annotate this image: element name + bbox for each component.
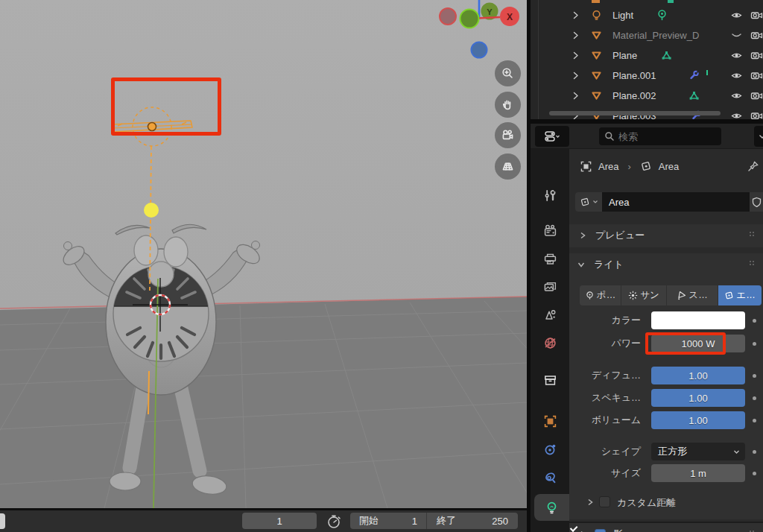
size-field[interactable]: 1 m: [651, 464, 745, 482]
filter-button[interactable]: [754, 126, 763, 147]
tab-world[interactable]: [531, 329, 569, 356]
outliner-row-plane001[interactable]: Plane.001: [531, 66, 763, 86]
animate-dot[interactable]: [753, 419, 756, 422]
annotation-box-power: [645, 332, 726, 355]
tab-view-layer[interactable]: [531, 273, 569, 300]
zoom-button[interactable]: [495, 60, 521, 86]
tab-collection[interactable]: [531, 367, 569, 393]
render-visibility-camera-icon[interactable]: [750, 69, 763, 82]
search-box[interactable]: [599, 127, 721, 145]
light-type-spot-button[interactable]: ス…: [667, 285, 718, 305]
outliner-hscrollbar[interactable]: [549, 111, 721, 115]
light-data-icon: [656, 9, 668, 22]
panel-chevron-right-icon: [578, 231, 587, 240]
current-frame-field[interactable]: 1: [242, 513, 317, 529]
panel-shadow[interactable]: 影: [569, 522, 763, 532]
playback-button-partial[interactable]: [0, 513, 5, 529]
frame-end-value: 250: [492, 516, 508, 527]
shape-dropdown[interactable]: 正方形: [651, 443, 745, 460]
light-type-sun-button[interactable]: サン: [621, 285, 666, 305]
light-type-area-button[interactable]: エ…: [718, 285, 762, 305]
stopwatch-icon[interactable]: [325, 513, 343, 531]
visibility-eye-closed-icon[interactable]: [730, 29, 743, 42]
datablock-name: Area: [609, 197, 629, 208]
tab-tool[interactable]: [531, 182, 569, 209]
visibility-eye-icon[interactable]: [730, 69, 743, 82]
render-visibility-camera-icon[interactable]: [750, 49, 763, 62]
visibility-eye-icon[interactable]: [730, 89, 743, 102]
color-swatch[interactable]: [651, 311, 745, 329]
render-visibility-camera-icon[interactable]: [750, 110, 763, 119]
render-visibility-camera-icon[interactable]: [750, 89, 763, 102]
visibility-eye-icon[interactable]: [730, 9, 743, 22]
tab-render[interactable]: [531, 217, 569, 244]
search-input[interactable]: [618, 131, 700, 142]
animate-dot[interactable]: [753, 396, 756, 400]
tab-object[interactable]: [531, 408, 569, 434]
panel-title: 影: [613, 528, 623, 532]
tab-physics[interactable]: [531, 436, 569, 463]
light-type-label: ポ…: [597, 289, 615, 302]
pin-icon[interactable]: [747, 159, 760, 173]
panel-light-header[interactable]: ライト: [569, 253, 763, 276]
volume-slider[interactable]: 1.00: [651, 411, 745, 429]
outliner-row-material-preview[interactable]: Material_Preview_D: [531, 25, 763, 45]
animate-dot[interactable]: [753, 472, 756, 475]
animate-dot[interactable]: [753, 374, 756, 378]
expand-chevron-icon[interactable]: [569, 69, 582, 82]
outliner-row-light[interactable]: Light: [531, 5, 763, 25]
datablock-name-field[interactable]: Area: [602, 192, 750, 212]
animate-dot[interactable]: [753, 319, 756, 323]
visibility-eye-icon[interactable]: [730, 49, 743, 62]
editor-type-button[interactable]: [535, 126, 569, 147]
animate-dot[interactable]: [753, 450, 756, 454]
datablock-type-button[interactable]: [575, 192, 602, 212]
chevron-down-icon: [732, 448, 741, 456]
tab-output[interactable]: [531, 245, 569, 272]
render-visibility-camera-icon[interactable]: [750, 9, 763, 22]
frame-start-field[interactable]: 開始 1: [350, 513, 426, 529]
outliner-row-plane[interactable]: Plane: [531, 45, 763, 66]
pan-button[interactable]: [495, 92, 521, 118]
render-visibility-camera-icon[interactable]: [750, 29, 763, 42]
panel-drag-dots[interactable]: [750, 232, 757, 239]
breadcrumb-data-name[interactable]: Area: [659, 161, 679, 172]
fake-user-shield-button[interactable]: [750, 192, 763, 212]
tab-scene[interactable]: [531, 301, 569, 328]
panel-drag-dots[interactable]: [750, 261, 757, 268]
outliner-item-label[interactable]: Plane.001: [612, 70, 656, 81]
camera-view-button[interactable]: [495, 122, 521, 148]
light-type-point-button[interactable]: ポ…: [580, 285, 621, 305]
breadcrumb-object-name[interactable]: Area: [598, 161, 618, 172]
panel-title: プレビュー: [595, 229, 645, 242]
power-label: パワー: [569, 335, 641, 352]
custom-distance-checkbox[interactable]: [599, 496, 610, 507]
panel-preview[interactable]: プレビュー: [569, 224, 763, 247]
expand-chevron-icon[interactable]: [569, 9, 582, 22]
expand-chevron-icon[interactable]: [569, 89, 582, 102]
subpanel-chevron-right-icon[interactable]: [586, 498, 595, 507]
shadow-checkbox[interactable]: [595, 529, 606, 532]
outliner-partial-row: [592, 0, 600, 3]
tab-constraints[interactable]: [531, 464, 569, 491]
outliner-item-label[interactable]: Plane: [612, 50, 637, 61]
shape-value: 正方形: [658, 445, 687, 458]
point-light-object[interactable]: [144, 203, 159, 218]
outliner-row-plane002[interactable]: Plane.002: [531, 86, 763, 106]
outliner-item-label[interactable]: Light: [612, 10, 633, 21]
expand-chevron-icon[interactable]: [569, 29, 582, 42]
specular-slider[interactable]: 1.00: [651, 389, 745, 407]
modifier-tick: [706, 70, 708, 75]
outliner-item-label[interactable]: Plane.002: [612, 90, 656, 101]
viewport-3d[interactable]: Y X: [0, 0, 527, 508]
diffuse-slider[interactable]: 1.00: [651, 367, 745, 384]
visibility-eye-icon[interactable]: [730, 110, 743, 119]
tab-light-data[interactable]: [534, 494, 569, 521]
ortho-grid-button[interactable]: [495, 153, 521, 180]
frame-end-field[interactable]: 終了 250: [427, 513, 518, 529]
search-icon: [604, 131, 615, 142]
expand-chevron-icon[interactable]: [569, 49, 582, 62]
animate-dot[interactable]: [753, 342, 756, 346]
nav-gizmo[interactable]: Y X: [440, 0, 519, 58]
outliner-item-label[interactable]: Material_Preview_D: [612, 30, 699, 41]
